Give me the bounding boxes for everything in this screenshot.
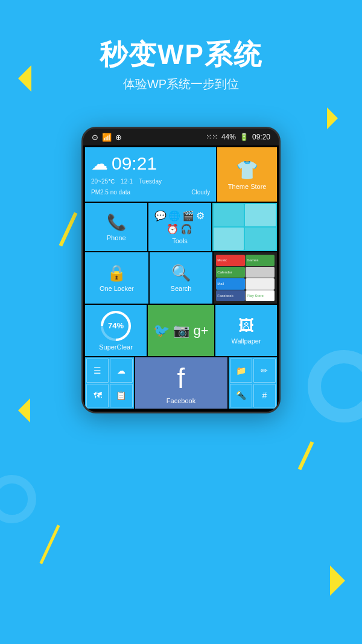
one-locker-tile[interactable]: 🔒 One Locker — [85, 252, 148, 304]
tool-film: 🎬 — [182, 210, 194, 222]
twitter-icon: 🐦 — [153, 323, 170, 339]
ss-play-label: Play Store — [247, 294, 264, 298]
signal-bars: ⁙⁙ — [206, 133, 218, 141]
misc-tile-left[interactable]: ☰ ☁ 🗺 📋 — [85, 357, 134, 409]
battery-icon: 🔋 — [240, 133, 249, 141]
pm-data: PM2.5 no data — [91, 189, 130, 196]
screenshots-grid: Music Games Calendar Mail — [214, 252, 277, 304]
social-tile[interactable]: 🐦 📷 g+ — [148, 305, 214, 356]
header-title: 秒变WP系统 — [0, 36, 362, 74]
ss-calendar: Calendar — [216, 267, 245, 278]
weather-tile[interactable]: ☁ 09:21 20~25℃ 12-1 Tuesday PM2.5 no dat… — [85, 147, 216, 202]
weather-time: 09:21 — [112, 153, 157, 174]
header-subtitle: 体验WP系统一步到位 — [0, 76, 362, 92]
tools-label: Tools — [172, 237, 188, 244]
search-label: Search — [171, 285, 192, 292]
grid-row-5: ☰ ☁ 🗺 📋 f Facebook 📁 ✏ 🔦 # — [85, 357, 277, 409]
tool-gear: ⚙ — [196, 210, 205, 222]
facebook-icon: f — [177, 362, 185, 395]
wallpaper-icon: 🖼 — [238, 316, 254, 335]
ss-facebook: Facebook — [216, 290, 245, 302]
misc-menu: ☰ — [86, 359, 109, 383]
misc-cloud: ☁ — [110, 359, 132, 383]
ss-blank — [246, 267, 275, 278]
lock-icon: 🔒 — [107, 264, 126, 282]
teal-sub-4 — [245, 228, 276, 250]
weather-top: ☁ 09:21 — [91, 153, 210, 174]
status-icon-wifi: 📶 — [102, 133, 112, 142]
ss-mail: Mail — [216, 278, 245, 290]
action-edit: ✏ — [253, 359, 276, 383]
header: 秒变WP系统 体验WP系统一步到位 — [0, 36, 362, 92]
ss-fb-label: Facebook — [217, 294, 233, 298]
deco-bar-3 — [39, 524, 60, 564]
status-icon-2: ⊕ — [115, 133, 122, 142]
superclear-label: SuperClear — [99, 343, 133, 351]
one-locker-label: One Locker — [100, 285, 134, 292]
tool-chat: 💬 — [154, 210, 167, 222]
teal-grid-tile[interactable] — [212, 203, 277, 251]
grid-row-4: 74% SuperClear 🐦 📷 g+ 🖼 Wallpaper — [85, 305, 277, 356]
phone-icon: 📞 — [107, 213, 126, 232]
deco-triangle-4 — [330, 566, 345, 596]
tool-clock: ⏰ — [167, 223, 179, 235]
deco-triangle-2 — [327, 107, 338, 129]
deco-bar-1 — [59, 212, 78, 247]
action-folder: 📁 — [230, 359, 252, 383]
weather-mid: 20~25℃ 12-1 Tuesday — [91, 178, 210, 185]
search-icon: 🔍 — [171, 264, 191, 282]
gplus-icon: g+ — [193, 323, 208, 339]
deco-triangle-3 — [18, 398, 30, 422]
progress-circle: 74% — [101, 311, 131, 341]
theme-store-label: Theme Store — [228, 183, 267, 190]
teal-sub-3 — [214, 228, 244, 250]
teal-sub-1 — [214, 204, 244, 226]
clock-status: 09:20 — [252, 133, 270, 141]
ss-play: Play Store — [246, 290, 275, 302]
search-tile[interactable]: 🔍 Search — [150, 252, 213, 304]
facebook-label: Facebook — [167, 397, 195, 404]
weather-day: Tuesday — [139, 178, 162, 185]
status-left: ⊙ 📶 ⊕ — [92, 133, 122, 142]
status-right: ⁙⁙ 44% 🔋 09:20 — [206, 133, 270, 141]
weather-date: 12-1 — [121, 178, 133, 185]
ss-mail-label: Mail — [217, 282, 224, 285]
misc-note: 📋 — [110, 384, 132, 408]
temp-range: 20~25℃ — [91, 178, 115, 185]
phone-tile[interactable]: 📞 Phone — [85, 203, 147, 251]
weather-condition: Cloudy — [191, 189, 210, 196]
tool-music: 🎧 — [180, 223, 192, 235]
screenshots-tile[interactable]: Music Games Calendar Mail — [214, 252, 277, 304]
phone-screen: ⊙ 📶 ⊕ ⁙⁙ 44% 🔋 09:20 ☁ 09:21 — [81, 127, 281, 413]
misc-tile-right[interactable]: 📁 ✏ 🔦 # — [229, 357, 278, 409]
cloud-icon: ☁ — [91, 154, 108, 174]
app-grid: ☁ 09:21 20~25℃ 12-1 Tuesday PM2.5 no dat… — [83, 145, 279, 412]
wallpaper-label: Wallpaper — [231, 337, 261, 345]
theme-store-tile[interactable]: 👕 Theme Store — [217, 147, 277, 202]
grid-row-2: 📞 Phone 💬 🌐 🎬 ⚙ ⏰ 🎧 Tools — [85, 203, 277, 251]
grid-row-1: ☁ 09:21 20~25℃ 12-1 Tuesday PM2.5 no dat… — [85, 147, 277, 202]
shirt-icon: 👕 — [236, 159, 258, 180]
ss-blank2 — [246, 278, 275, 290]
deco-bar-2 — [298, 441, 314, 470]
ss-games: Games — [246, 255, 275, 266]
status-icon-1: ⊙ — [92, 133, 98, 142]
weather-bot: PM2.5 no data Cloudy — [91, 189, 210, 196]
percent-text: 74% — [108, 321, 124, 330]
teal-sub-2 — [245, 204, 276, 226]
status-bar: ⊙ 📶 ⊕ ⁙⁙ 44% 🔋 09:20 — [83, 129, 279, 145]
facebook-tile[interactable]: f Facebook — [135, 357, 227, 409]
deco-circle-left — [0, 475, 36, 523]
deco-circle-right — [308, 350, 362, 422]
ss-music: Music — [216, 255, 245, 266]
ss-music-label: Music — [217, 258, 227, 262]
ss-cal-label: Calendar — [217, 270, 232, 274]
action-calc: # — [253, 384, 276, 408]
phone-label: Phone — [107, 234, 126, 241]
misc-map: 🗺 — [86, 384, 109, 408]
tools-tile[interactable]: 💬 🌐 🎬 ⚙ ⏰ 🎧 Tools — [148, 203, 211, 251]
superclear-tile[interactable]: 74% SuperClear — [85, 305, 147, 356]
wallpaper-tile[interactable]: 🖼 Wallpaper — [215, 305, 277, 356]
ss-games-label: Games — [247, 258, 258, 262]
tool-ie: 🌐 — [168, 210, 180, 222]
